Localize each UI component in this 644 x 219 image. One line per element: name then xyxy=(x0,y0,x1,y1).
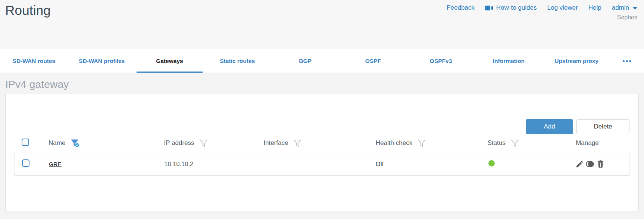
log-viewer-link[interactable]: Log viewer xyxy=(547,4,578,12)
column-label-manage: Manage xyxy=(576,139,598,147)
top-links: Feedback How-to guides Log viewer Help a… xyxy=(447,4,637,12)
column-label-status: Status xyxy=(487,139,505,147)
tab-ospf[interactable]: OSPF xyxy=(339,49,407,73)
column-header-interface: Interface xyxy=(263,139,376,147)
filter-active-icon[interactable] xyxy=(71,139,80,147)
header-checkbox-cell xyxy=(15,139,49,147)
gateway-name-link[interactable]: GRE xyxy=(49,161,62,167)
user-menu-label: admin xyxy=(612,4,629,12)
column-label-name: Name xyxy=(49,139,65,147)
cell-status xyxy=(487,160,575,168)
table-toolbar: Add Delete xyxy=(15,94,629,134)
cell-manage xyxy=(575,160,629,168)
table-header-row: Name IP address Interface xyxy=(15,134,629,152)
column-label-health-check: Health check xyxy=(376,139,412,147)
tab-sdwan-profiles[interactable]: SD-WAN profiles xyxy=(68,49,136,73)
edit-icon[interactable] xyxy=(575,160,584,168)
clone-icon[interactable] xyxy=(585,160,595,168)
add-button[interactable]: Add xyxy=(526,119,573,134)
tab-ospfv3[interactable]: OSPFv3 xyxy=(407,49,475,73)
status-indicator xyxy=(488,160,495,166)
user-menu[interactable]: admin xyxy=(612,4,637,12)
table-body: GRE 10.10.10.2 Off xyxy=(15,152,629,176)
more-tabs-button[interactable]: ••• xyxy=(610,49,644,73)
help-link[interactable]: Help xyxy=(588,4,601,12)
tab-sdwan-routes[interactable]: SD-WAN routes xyxy=(0,49,68,73)
filter-icon[interactable] xyxy=(293,139,301,147)
select-all-checkbox[interactable] xyxy=(22,139,29,146)
cell-name: GRE xyxy=(49,161,164,168)
main-content: IPv4 gateway Add Delete Name xyxy=(0,79,644,212)
column-header-status: Status xyxy=(487,139,576,147)
delete-icon[interactable] xyxy=(596,160,605,168)
column-label-ip: IP address xyxy=(164,139,194,147)
brand-label: Sophos xyxy=(617,14,637,21)
table-row: GRE 10.10.10.2 Off xyxy=(15,152,629,175)
gateway-table-card: Add Delete Name IP address xyxy=(5,94,639,212)
filter-icon[interactable] xyxy=(511,139,519,147)
section-title: IPv4 gateway xyxy=(5,79,639,91)
howto-guides-link[interactable]: How-to guides xyxy=(485,4,537,12)
tab-gateways[interactable]: Gateways xyxy=(136,49,204,73)
chevron-down-icon xyxy=(633,7,637,10)
column-header-manage: Manage xyxy=(576,139,629,147)
column-header-ip: IP address xyxy=(164,139,264,147)
tab-information[interactable]: Information xyxy=(475,49,543,73)
delete-button[interactable]: Delete xyxy=(576,119,629,134)
video-camera-icon xyxy=(485,5,493,11)
filter-icon[interactable] xyxy=(418,139,426,147)
tab-bar: SD-WAN routes SD-WAN profiles Gateways S… xyxy=(0,49,644,73)
tab-upstream-proxy[interactable]: Upstream proxy xyxy=(543,49,610,73)
cell-health-check: Off xyxy=(376,161,487,168)
row-checkbox[interactable] xyxy=(22,159,29,167)
column-header-health-check: Health check xyxy=(376,139,488,147)
howto-guides-label: How-to guides xyxy=(496,4,537,12)
cell-ip: 10.10.10.2 xyxy=(164,161,263,168)
page-header: Routing Feedback How-to guides Log viewe… xyxy=(0,0,644,49)
header-right: Feedback How-to guides Log viewer Help a… xyxy=(447,2,637,21)
tab-static-routes[interactable]: Static routes xyxy=(203,49,271,73)
page-title: Routing xyxy=(5,2,51,19)
column-header-name: Name xyxy=(49,139,164,147)
row-checkbox-cell xyxy=(15,159,49,168)
tab-bgp[interactable]: BGP xyxy=(271,49,339,73)
feedback-link[interactable]: Feedback xyxy=(447,4,475,12)
column-label-interface: Interface xyxy=(263,139,288,147)
filter-icon[interactable] xyxy=(200,139,208,147)
